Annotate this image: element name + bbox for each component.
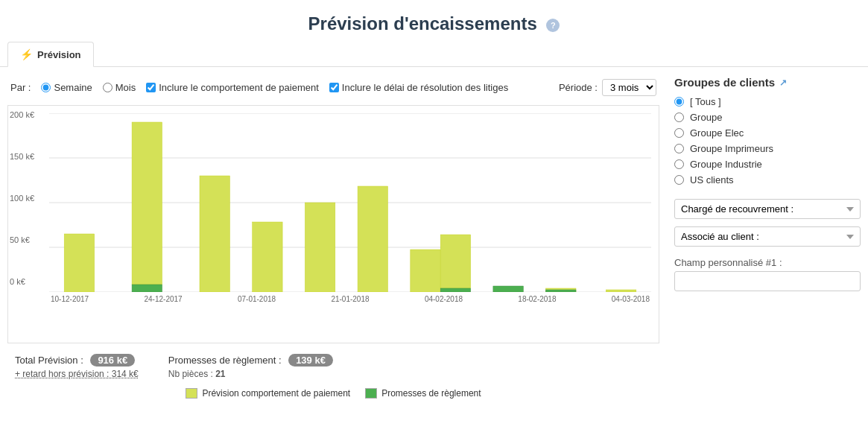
y-label-150: 150 k€ — [10, 152, 34, 161]
summary-row: Total Prévision : 916 k€ + retard hors p… — [7, 343, 659, 384]
groupe-elec-label[interactable]: Groupe Elec — [674, 127, 861, 139]
period-section: Période : 1 mois 2 mois 3 mois 6 mois — [559, 79, 656, 96]
help-icon[interactable]: ? — [546, 19, 560, 32]
tab-bar: ⚡ Prévision — [0, 42, 868, 67]
svg-rect-12 — [411, 250, 440, 292]
mois-label: Mois — [115, 82, 136, 93]
legend-row: Prévision comportement de paiement Prome… — [7, 384, 659, 402]
sidebar-filters: Chargé de recouvrement : Associé au clie… — [674, 199, 861, 291]
include-paiement-text: Inclure le comportement de paiement — [159, 82, 319, 93]
groupes-radio-group: [ Tous ] Groupe Groupe Elec Groupe Impri… — [674, 96, 861, 185]
svg-rect-6 — [132, 122, 162, 285]
svg-rect-13 — [440, 235, 470, 288]
page-title-text: Prévision d'encaissements — [308, 13, 537, 34]
chart-area: Par : Semaine Mois Inclure le comporteme… — [7, 73, 659, 402]
promesses-block: Promesses de règlement : 139 k€ Nb pièce… — [168, 354, 333, 379]
groupe-industrie-text: Groupe Industrie — [690, 159, 762, 170]
x-label-0: 10-12-2017 — [51, 295, 89, 303]
tab-icon: ⚡ — [20, 48, 33, 60]
nb-pieces-value: 21 — [215, 369, 225, 379]
groupe-elec-radio[interactable] — [674, 128, 684, 138]
svg-rect-10 — [305, 203, 335, 292]
promesses-badge: 139 k€ — [288, 354, 333, 367]
svg-rect-5 — [64, 234, 94, 292]
associe-select[interactable]: Associé au client : — [674, 226, 861, 247]
x-label-1: 24-12-2017 — [144, 295, 182, 303]
svg-rect-8 — [200, 176, 229, 292]
chart-container: 200 k€ 150 k€ 100 k€ 50 k€ 0 k€ — [7, 105, 659, 343]
groupe-label[interactable]: Groupe — [674, 112, 861, 123]
groupe-radio[interactable] — [674, 112, 684, 122]
groupe-us-clients-text: US clients — [690, 174, 734, 185]
nb-pieces-label: Nb pièces : — [168, 369, 213, 379]
semaine-radio-label[interactable]: Semaine — [41, 82, 92, 93]
svg-rect-7 — [132, 285, 162, 292]
x-label-4: 04-02-2018 — [425, 295, 463, 303]
groupe-elec-text: Groupe Elec — [690, 127, 744, 139]
groupe-tous-text: [ Tous ] — [690, 96, 721, 107]
include-litige-label[interactable]: Inclure le délai de résolution des litig… — [329, 82, 508, 93]
chart-svg — [49, 113, 651, 292]
include-litige-text: Inclure le délai de résolution des litig… — [342, 82, 508, 93]
total-badge: 916 k€ — [90, 354, 135, 367]
groupe-us-clients-label[interactable]: US clients — [674, 174, 861, 185]
groupes-link-icon[interactable]: ↗ — [779, 77, 787, 88]
x-label-3: 21-01-2018 — [331, 295, 369, 303]
x-label-2: 07-01-2018 — [238, 295, 276, 303]
controls-bar: Par : Semaine Mois Inclure le comporteme… — [7, 73, 659, 102]
x-label-5: 18-02-2018 — [518, 295, 556, 303]
groupe-us-clients-radio[interactable] — [674, 175, 684, 185]
svg-rect-14 — [440, 288, 470, 292]
y-label-100: 100 k€ — [10, 194, 34, 203]
champ-label: Champ personnalisé #1 : — [674, 257, 861, 268]
page-title: Prévision d'encaissements ? — [0, 0, 868, 42]
semaine-radio[interactable] — [41, 83, 51, 92]
promesses-label: Promesses de règlement : — [168, 355, 282, 366]
include-paiement-checkbox[interactable] — [146, 83, 156, 92]
semaine-label: Semaine — [54, 82, 92, 93]
groupe-imprimeurs-radio[interactable] — [674, 144, 684, 153]
tab-label: Prévision — [37, 49, 81, 60]
groupes-title-text: Groupes de clients — [674, 76, 775, 89]
legend-green-box — [365, 388, 377, 399]
groupe-text: Groupe — [690, 112, 722, 123]
charge-select[interactable]: Chargé de recouvrement : — [674, 199, 861, 219]
periode-select[interactable]: 1 mois 2 mois 3 mois 6 mois — [602, 79, 656, 96]
legend-green: Promesses de règlement — [365, 388, 481, 399]
groupes-title: Groupes de clients ↗ — [674, 76, 861, 89]
total-block: Total Prévision : 916 k€ + retard hors p… — [15, 354, 139, 379]
svg-rect-15 — [493, 286, 523, 292]
legend-yellow-box — [186, 388, 197, 399]
y-label-50: 50 k€ — [10, 235, 30, 244]
mois-radio-label[interactable]: Mois — [103, 82, 136, 93]
y-label-200: 200 k€ — [10, 110, 34, 119]
groupe-industrie-radio[interactable] — [674, 159, 684, 169]
sidebar: Groupes de clients ↗ [ Tous ] Groupe Gro… — [659, 73, 861, 402]
legend-green-label: Promesses de règlement — [381, 388, 481, 399]
champ-input[interactable] — [674, 271, 861, 291]
svg-rect-9 — [253, 222, 282, 292]
groupe-imprimeurs-label[interactable]: Groupe Imprimeurs — [674, 143, 861, 154]
svg-rect-11 — [358, 186, 387, 292]
svg-rect-18 — [606, 290, 636, 292]
include-litige-checkbox[interactable] — [329, 83, 339, 92]
groupe-imprimeurs-text: Groupe Imprimeurs — [690, 143, 773, 154]
include-paiement-label[interactable]: Inclure le comportement de paiement — [146, 82, 319, 93]
x-label-6: 04-03-2018 — [612, 295, 650, 303]
groupe-tous-radio[interactable] — [674, 97, 684, 107]
retard-label: + retard hors prévision : 314 k€ — [15, 369, 139, 379]
periode-label: Période : — [559, 82, 598, 93]
svg-rect-17 — [546, 290, 576, 292]
par-label: Par : — [10, 82, 31, 93]
groupe-tous-label[interactable]: [ Tous ] — [674, 96, 861, 107]
total-label: Total Prévision : — [15, 355, 83, 366]
groupe-industrie-label[interactable]: Groupe Industrie — [674, 159, 861, 170]
y-label-0: 0 k€ — [10, 277, 25, 286]
legend-yellow-label: Prévision comportement de paiement — [202, 388, 350, 399]
legend-yellow: Prévision comportement de paiement — [186, 388, 350, 399]
mois-radio[interactable] — [103, 83, 113, 92]
tab-prevision[interactable]: ⚡ Prévision — [7, 42, 94, 67]
